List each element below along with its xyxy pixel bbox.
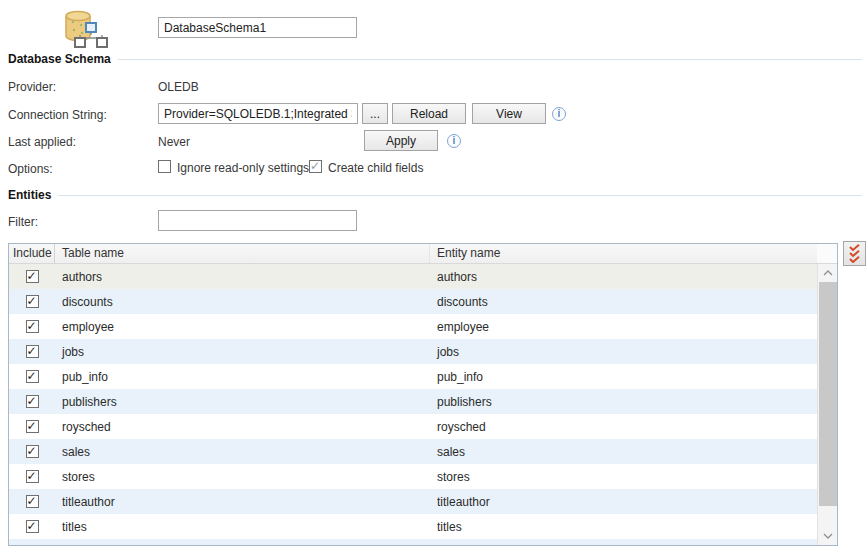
row-entity-name: authors — [430, 270, 817, 284]
last-applied-value: Never — [158, 135, 190, 149]
schema-name-input[interactable] — [158, 17, 357, 38]
row-table-name: employee — [55, 320, 430, 334]
row-include-checkbox[interactable] — [26, 495, 39, 508]
column-header-entity-name[interactable]: Entity name — [430, 244, 817, 263]
row-table-name: sales — [55, 445, 430, 459]
row-include-cell — [9, 270, 55, 283]
row-include-cell — [9, 495, 55, 508]
grid-header: Include Table name Entity name — [9, 244, 817, 264]
reload-button[interactable]: Reload — [392, 103, 466, 124]
create-child-fields-label: Create child fields — [328, 161, 423, 175]
row-include-cell — [9, 520, 55, 533]
triple-check-icon — [847, 244, 862, 263]
apply-info-icon[interactable]: i — [447, 134, 461, 148]
row-entity-name: publishers — [430, 395, 817, 409]
row-table-name: titles — [55, 520, 430, 534]
row-table-name: publishers — [55, 395, 430, 409]
section-entities: Entities — [8, 188, 862, 202]
connection-info-icon[interactable]: i — [552, 107, 566, 121]
column-header-include[interactable]: Include — [9, 244, 55, 263]
grid-body: authors authors discounts discounts empl… — [9, 264, 817, 545]
table-row[interactable]: titles titles — [9, 514, 817, 539]
row-include-cell — [9, 395, 55, 408]
row-entity-name: discounts — [430, 295, 817, 309]
section-database-schema: Database Schema — [8, 52, 862, 66]
row-table-name: pub_info — [55, 370, 430, 384]
check-all-button[interactable] — [843, 241, 866, 266]
create-child-fields-checkbox[interactable] — [309, 160, 322, 173]
database-schema-icon — [63, 8, 109, 51]
table-row[interactable]: stores stores — [9, 464, 817, 489]
table-row[interactable]: titleauthor titleauthor — [9, 489, 817, 514]
view-button[interactable]: View — [472, 103, 546, 124]
row-entity-name: employee — [430, 320, 817, 334]
row-include-checkbox[interactable] — [26, 295, 39, 308]
section-rule — [58, 195, 862, 196]
row-include-checkbox[interactable] — [26, 345, 39, 358]
table-row[interactable]: authors authors — [9, 264, 817, 289]
table-row[interactable]: publishers publishers — [9, 389, 817, 414]
entities-grid: Include Table name Entity name authors a… — [8, 243, 838, 546]
browse-connection-button[interactable]: ... — [362, 103, 388, 124]
connection-string-input[interactable] — [158, 103, 358, 124]
row-include-cell — [9, 320, 55, 333]
row-include-cell — [9, 420, 55, 433]
row-table-name: titleauthor — [55, 495, 430, 509]
row-include-checkbox[interactable] — [26, 445, 39, 458]
options-label: Options: — [8, 162, 53, 176]
ignore-readonly-label: Ignore read-only settings — [177, 161, 309, 175]
row-include-checkbox[interactable] — [26, 320, 39, 333]
row-include-checkbox[interactable] — [26, 470, 39, 483]
row-table-name: jobs — [55, 345, 430, 359]
scrollbar-thumb[interactable] — [819, 282, 837, 506]
grid-scroll-corner — [817, 244, 837, 264]
table-row[interactable]: roysched roysched — [9, 414, 817, 439]
table-row[interactable]: discounts discounts — [9, 289, 817, 314]
section-title-database-schema: Database Schema — [8, 52, 111, 66]
row-entity-name: titles — [430, 520, 817, 534]
row-include-cell — [9, 295, 55, 308]
row-include-checkbox[interactable] — [26, 270, 39, 283]
table-row[interactable]: employee employee — [9, 314, 817, 339]
row-entity-name: stores — [430, 470, 817, 484]
grid-rows: authors authors discounts discounts empl… — [9, 264, 817, 539]
row-include-cell — [9, 445, 55, 458]
row-include-cell — [9, 370, 55, 383]
row-table-name: stores — [55, 470, 430, 484]
table-row[interactable]: pub_info pub_info — [9, 364, 817, 389]
table-row[interactable]: sales sales — [9, 439, 817, 464]
filter-input[interactable] — [158, 210, 357, 231]
row-include-cell — [9, 470, 55, 483]
section-title-entities: Entities — [8, 188, 51, 202]
row-include-checkbox[interactable] — [26, 520, 39, 533]
row-table-name: roysched — [55, 420, 430, 434]
provider-label: Provider: — [8, 80, 56, 94]
provider-value: OLEDB — [158, 80, 199, 94]
row-include-checkbox[interactable] — [26, 370, 39, 383]
row-entity-name: jobs — [430, 345, 817, 359]
grid-partial-row — [9, 539, 817, 545]
row-table-name: authors — [55, 270, 430, 284]
filter-label: Filter: — [8, 215, 38, 229]
row-entity-name: pub_info — [430, 370, 817, 384]
table-row[interactable]: jobs jobs — [9, 339, 817, 364]
row-entity-name: titleauthor — [430, 495, 817, 509]
row-table-name: discounts — [55, 295, 430, 309]
scroll-up-icon[interactable] — [818, 264, 837, 282]
schema-designer-page: Database Schema Provider: OLEDB Connecti… — [0, 0, 868, 551]
row-include-cell — [9, 345, 55, 358]
column-header-table-name[interactable]: Table name — [55, 244, 430, 263]
connection-string-label: Connection String: — [8, 108, 107, 122]
apply-button[interactable]: Apply — [364, 130, 438, 151]
row-entity-name: sales — [430, 445, 817, 459]
row-include-checkbox[interactable] — [26, 420, 39, 433]
row-entity-name: roysched — [430, 420, 817, 434]
row-include-checkbox[interactable] — [26, 395, 39, 408]
vertical-scrollbar[interactable] — [817, 264, 837, 545]
scroll-down-icon[interactable] — [818, 527, 837, 545]
ignore-readonly-checkbox[interactable] — [158, 160, 171, 173]
last-applied-label: Last applied: — [8, 135, 76, 149]
section-rule — [118, 59, 862, 60]
